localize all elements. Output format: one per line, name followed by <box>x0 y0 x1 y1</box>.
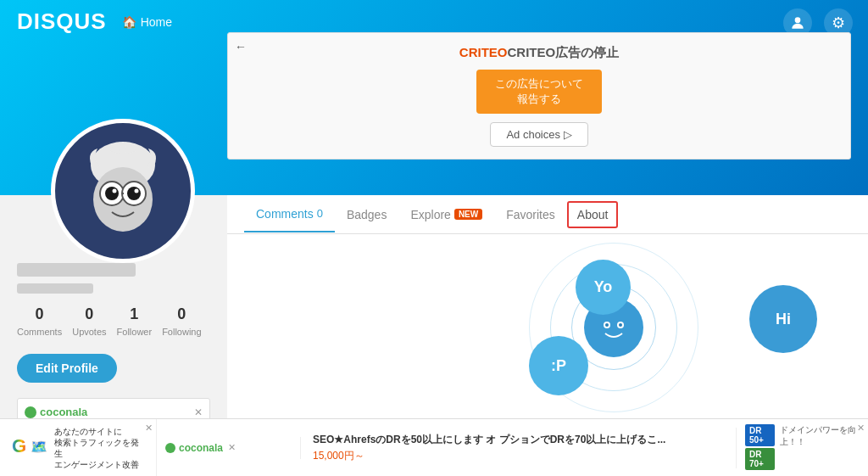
svg-point-6 <box>127 187 141 200</box>
coconala-label: coconala <box>179 442 223 454</box>
bottom-ad-coconala: coconala ✕ <box>157 437 301 459</box>
svg-point-7 <box>113 189 117 193</box>
svg-point-13 <box>605 323 609 327</box>
sidebar-ad-top: coconala ✕ <box>25 406 203 418</box>
stats-row: 0 Comments 0 Upvotes 1 Follower 0 Follow… <box>17 305 210 339</box>
disqus-logo: DISQUS <box>17 8 107 35</box>
ad-choices-button[interactable]: Ad choices ▷ <box>490 122 587 147</box>
coconala-logo: coconala <box>25 406 87 418</box>
g-letter: G <box>12 435 26 457</box>
home-icon: 🏠 <box>122 15 136 29</box>
domain-ad-text: ドメインパワーを向上！！ <box>780 424 860 472</box>
svg-point-0 <box>795 17 801 23</box>
stat-following: 0 Following <box>162 305 201 339</box>
svg-point-14 <box>619 323 622 327</box>
stat-comments: 0 Comments <box>17 305 62 339</box>
avatar <box>51 119 195 263</box>
tabs-bar: Comments 0 Badges Explore NEW Favorites … <box>227 195 868 234</box>
stat-upvotes: 0 Upvotes <box>72 305 106 339</box>
edit-profile-button[interactable]: Edit Profile <box>17 354 117 383</box>
bottom-ad-google: ✕ G 🗺️ あなたのサイトに 検索トラフィックを発生 エンゲージメント改善 <box>0 419 157 476</box>
ad-banner: ← CRITEOCRITEO広告の停止 この広告について報告する Ad choi… <box>227 32 851 160</box>
tab-explore[interactable]: Explore NEW <box>398 198 494 232</box>
bubble-p: :P <box>529 336 588 395</box>
domain-ad-close[interactable]: ✕ <box>857 423 865 434</box>
svg-point-8 <box>135 189 139 193</box>
home-link[interactable]: 🏠 Home <box>122 15 172 29</box>
ad-title: CRITEOCRITEO広告の停止 <box>459 45 619 61</box>
ad-back-arrow[interactable]: ← <box>235 40 247 53</box>
stat-follower: 1 Follower <box>117 305 153 339</box>
tab-badges[interactable]: Badges <box>335 198 398 232</box>
bottom-ad-seo: SEO★AhrefsのDRを50以上にします オ プションでDRを70以上に上げ… <box>301 428 737 468</box>
ad-report-button[interactable]: この広告について報告する <box>476 70 602 114</box>
username-blur <box>17 263 136 277</box>
bubble-hi: Hi <box>749 285 817 353</box>
bottom-ads-bar: ✕ G 🗺️ あなたのサイトに 検索トラフィックを発生 エンゲージメント改善 c… <box>0 418 868 476</box>
coconala-ad-close[interactable]: ✕ <box>228 442 236 453</box>
bottom-ad-domain: ✕ DR 50+ DR 70+ ドメインパワーを向上！！ <box>737 419 868 477</box>
maps-emoji: 🗺️ <box>31 439 47 455</box>
tab-comments[interactable]: Comments 0 <box>244 197 335 232</box>
sidebar-ad-close[interactable]: ✕ <box>194 406 203 418</box>
svg-point-15 <box>165 443 175 453</box>
username-sub-blur <box>17 283 93 294</box>
tab-about[interactable]: About <box>567 201 619 228</box>
home-label: Home <box>141 15 172 29</box>
svg-point-5 <box>105 187 119 200</box>
svg-point-10 <box>25 406 36 418</box>
tab-favorites[interactable]: Favorites <box>494 198 567 232</box>
google-ad-close[interactable]: ✕ <box>145 423 153 434</box>
bubble-yo: Yo <box>576 260 631 315</box>
